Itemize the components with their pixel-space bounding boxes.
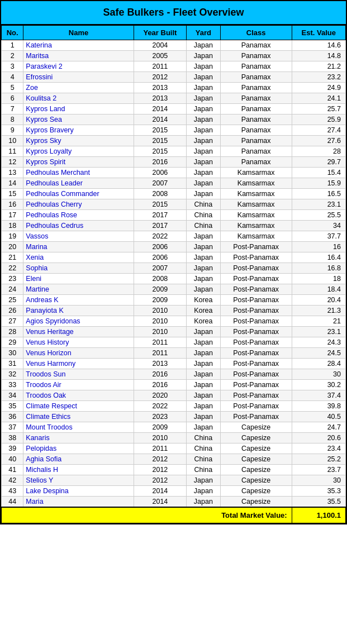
ship-name: Efrossini (23, 72, 134, 83)
table-row: 9Kypros Bravery2015JapanPanamax27.4 (2, 125, 346, 136)
yard: Japan (187, 61, 221, 72)
yard: Japan (187, 274, 221, 284)
year-built: 2012 (134, 454, 186, 465)
yard: China (187, 454, 221, 465)
year-built: 2006 (134, 168, 186, 178)
ship-class: Post-Panamax (220, 369, 292, 380)
est-value: 23.2 (292, 72, 345, 83)
table-row: 35Climate Respect2022JapanPost-Panamax39… (2, 401, 346, 412)
table-header-row: No. Name Year Built Yard Class Est. Valu… (2, 26, 346, 40)
year-built: 2012 (134, 475, 186, 486)
ship-name: Lake Despina (23, 486, 134, 497)
yard: Japan (187, 284, 221, 295)
est-value: 35.3 (292, 486, 345, 497)
est-value: 35.5 (292, 497, 345, 508)
row-number: 34 (2, 390, 23, 401)
ship-name: Sophia (23, 263, 134, 274)
ship-class: Capesize (220, 486, 292, 497)
table-row: 2Maritsa2005JapanPanamax14.8 (2, 51, 346, 61)
year-built: 2006 (134, 252, 186, 263)
yard: Japan (187, 51, 221, 61)
row-number: 32 (2, 369, 23, 380)
row-number: 43 (2, 486, 23, 497)
ship-name: Kypros Land (23, 104, 134, 115)
table-row: 12Kypros Spirit2016JapanPanamax29.7 (2, 157, 346, 168)
ship-class: Capesize (220, 443, 292, 454)
ship-class: Panamax (220, 72, 292, 83)
table-row: 23Eleni2008JapanPost-Panamax18 (2, 274, 346, 284)
table-row: 3Paraskevi 22011JapanPanamax21.2 (2, 61, 346, 72)
yard: Japan (187, 412, 221, 422)
col-header-yard: Yard (187, 26, 221, 40)
ship-class: Panamax (220, 115, 292, 125)
ship-name: Pedhoulas Cedrus (23, 221, 134, 231)
yard: Japan (187, 390, 221, 401)
yard: Japan (187, 93, 221, 104)
table-row: 44Maria2014JapanCapesize35.5 (2, 497, 346, 508)
ship-name: Troodos Air (23, 380, 134, 390)
est-value: 21.2 (292, 61, 345, 72)
year-built: 2009 (134, 422, 186, 433)
ship-class: Post-Panamax (220, 359, 292, 369)
yard: Japan (187, 263, 221, 274)
ship-class: Post-Panamax (220, 390, 292, 401)
yard: Japan (187, 178, 221, 189)
est-value: 23.4 (292, 443, 345, 454)
table-row: 16Pedhoulas Cherry2015ChinaKamsarmax23.1 (2, 199, 346, 210)
col-header-no: No. (2, 26, 23, 40)
ship-name: Vassos (23, 231, 134, 242)
row-number: 41 (2, 465, 23, 475)
row-number: 6 (2, 93, 23, 104)
table-row: 10Kypros Sky2015JapanPanamax27.6 (2, 136, 346, 146)
est-value: 34 (292, 221, 345, 231)
row-number: 16 (2, 199, 23, 210)
yard: Japan (187, 125, 221, 136)
ship-class: Kamsarmax (220, 221, 292, 231)
row-number: 40 (2, 454, 23, 465)
row-number: 10 (2, 136, 23, 146)
yard: China (187, 443, 221, 454)
table-row: 30Venus Horizon2011JapanPost-Panamax24.5 (2, 348, 346, 359)
ship-name: Pedhoulas Rose (23, 210, 134, 221)
est-value: 25.2 (292, 454, 345, 465)
row-number: 42 (2, 475, 23, 486)
year-built: 2014 (134, 115, 186, 125)
year-built: 2009 (134, 284, 186, 295)
year-built: 2017 (134, 221, 186, 231)
ship-class: Panamax (220, 40, 292, 51)
ship-class: Panamax (220, 93, 292, 104)
est-value: 15.9 (292, 178, 345, 189)
year-built: 2013 (134, 359, 186, 369)
ship-class: Post-Panamax (220, 337, 292, 348)
est-value: 29.7 (292, 157, 345, 168)
yard: Japan (187, 115, 221, 125)
yard: Korea (187, 295, 221, 306)
ship-class: Panamax (220, 146, 292, 157)
ship-class: Post-Panamax (220, 263, 292, 274)
ship-name: Martine (23, 284, 134, 295)
est-value: 18.4 (292, 284, 345, 295)
est-value: 24.9 (292, 83, 345, 93)
footer-label: Total Market Value: (2, 507, 292, 523)
ship-name: Stelios Y (23, 475, 134, 486)
est-value: 24.3 (292, 337, 345, 348)
year-built: 2010 (134, 327, 186, 337)
year-built: 2010 (134, 306, 186, 316)
yard: Japan (187, 40, 221, 51)
row-number: 36 (2, 412, 23, 422)
table-row: 33Troodos Air2016JapanPost-Panamax30.2 (2, 380, 346, 390)
year-built: 2004 (134, 40, 186, 51)
est-value: 14.6 (292, 40, 345, 51)
yard: China (187, 199, 221, 210)
table-row: 28Venus Heritage2010JapanPost-Panamax23.… (2, 327, 346, 337)
year-built: 2007 (134, 263, 186, 274)
ship-class: Kamsarmax (220, 210, 292, 221)
row-number: 44 (2, 497, 23, 508)
table-row: 4Efrossini2012JapanPanamax23.2 (2, 72, 346, 83)
yard: Japan (187, 72, 221, 83)
est-value: 20.6 (292, 433, 345, 443)
ship-class: Capesize (220, 454, 292, 465)
ship-name: Katerina (23, 40, 134, 51)
ship-name: Pedhoulas Cherry (23, 199, 134, 210)
col-header-year: Year Built (134, 26, 186, 40)
